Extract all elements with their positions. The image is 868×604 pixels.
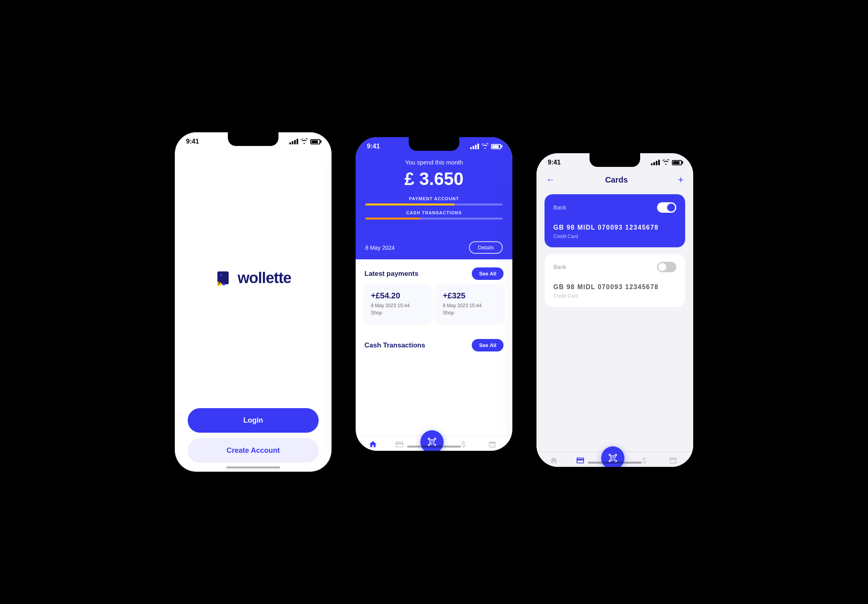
nav-receipts-label-2: Receipts: [484, 450, 501, 451]
bottom-nav-3: Home Cards: [536, 452, 693, 467]
time-1: 9:41: [186, 138, 199, 145]
payment-meta-1: 8 May 2023 15:44 Shop: [443, 302, 497, 316]
receipts-icon-3: [669, 456, 678, 465]
home-body: Latest payments See All +£54.20 8 May 20…: [356, 259, 512, 356]
logo-text: wollette: [237, 269, 291, 287]
signal-icon-2: [470, 144, 479, 149]
card-type-0: Credit Card: [553, 234, 676, 239]
card-number-1: GB 98 MIDL 070093 12345678: [553, 284, 676, 291]
spend-amount: £ 3.650: [365, 169, 503, 189]
nav-cards-3[interactable]: Cards: [575, 456, 586, 467]
phones-container: 9:41: [175, 132, 693, 472]
notch-2: [409, 137, 459, 151]
nav-home-label-2: Home: [367, 450, 379, 451]
payment-meta-0: 8 May 2023 15:44 Shop: [371, 302, 425, 316]
card-toggle-1[interactable]: [657, 262, 676, 272]
scan-icon-3: [608, 453, 618, 463]
card-type-1: Credit Card: [553, 293, 676, 299]
phone-home: 9:41 You spend this month: [356, 137, 512, 451]
date-text: 8 May 2024: [365, 244, 395, 251]
add-card-button[interactable]: +: [678, 174, 684, 185]
card-item-1[interactable]: Bank GB 98 MIDL 070093 12345678 Credit C…: [545, 254, 685, 307]
home-indicator-3: [588, 462, 642, 464]
create-account-button[interactable]: Create Account: [188, 438, 319, 463]
card-top-0: Bank: [553, 202, 676, 213]
svg-point-7: [217, 284, 219, 286]
nav-home-3[interactable]: Home: [548, 456, 559, 467]
signal-icon-3: [651, 160, 660, 165]
wollette-logo-icon: [215, 268, 233, 288]
cards-content: ← Cards + Bank GB 98 MIDL 070093 1234567: [536, 168, 693, 467]
spend-label: You spend this month: [365, 159, 503, 166]
phone-login: 9:41: [175, 132, 332, 472]
nav-cards-label-2: Cards: [394, 450, 405, 451]
home-icon-3: [549, 456, 558, 465]
nav-home-2[interactable]: Home: [367, 440, 379, 451]
cards-icon-3: [576, 456, 585, 465]
time-3: 9:41: [548, 159, 561, 166]
payment-label: PAYMENT ACCOUNT: [365, 196, 503, 201]
cash-title: Cash Transactions: [364, 341, 425, 349]
cash-label: CASH TRANSACTIONS: [365, 210, 503, 215]
cash-icon-2: [459, 440, 468, 449]
nav-center-btn-2[interactable]: [420, 430, 444, 451]
scan-icon-2: [427, 437, 437, 447]
phone-cards: 9:41 ←: [536, 153, 693, 467]
cash-section-header: Cash Transactions See All: [356, 331, 512, 356]
card-number-0: GB 98 MIDL 070093 12345678: [553, 224, 676, 231]
payments-see-all[interactable]: See All: [472, 267, 504, 280]
nav-receipts-2[interactable]: Receipts: [484, 440, 501, 451]
notch-1: [228, 132, 278, 146]
payment-progress-fill: [365, 203, 454, 205]
card-toggle-0[interactable]: [657, 202, 676, 213]
home-header: You spend this month £ 3.650 PAYMENT ACC…: [356, 152, 512, 236]
notch-3: [590, 153, 640, 167]
svg-rect-5: [220, 274, 222, 276]
svg-point-3: [223, 283, 225, 286]
card-bank-1: Bank: [553, 264, 566, 270]
home-indicator-1: [226, 466, 280, 468]
battery-icon-2: [491, 144, 501, 149]
nav-receipts-3[interactable]: Receipts: [665, 456, 682, 467]
battery-icon-1: [310, 139, 320, 144]
battery-icon-3: [672, 160, 682, 165]
login-content: wollette Login Create Account: [175, 148, 332, 472]
svg-rect-4: [217, 271, 229, 279]
status-icons-2: [470, 143, 501, 150]
cash-icon-3: [640, 456, 649, 465]
cards-header: ← Cards +: [536, 168, 693, 191]
wifi-icon-2: [481, 143, 489, 150]
signal-icon-1: [289, 139, 298, 144]
buttons-section: Login Create Account: [175, 408, 332, 472]
cash-progress-fill: [365, 218, 420, 220]
cash-see-all[interactable]: See All: [472, 339, 504, 351]
payments-section-header: Latest payments See All: [356, 259, 512, 285]
cards-page-title: Cards: [605, 175, 628, 185]
nav-home-label-3: Home: [548, 466, 559, 467]
payments-list: +£54.20 8 May 2023 15:44 Shop +£325 8 Ma…: [356, 285, 512, 331]
nav-cash-label-2: Cash: [459, 450, 469, 451]
bottom-nav-2: Home Cards Cash: [356, 436, 512, 451]
home-icon: [368, 440, 377, 449]
nav-cash-label-3: Cash: [639, 466, 650, 467]
back-button[interactable]: ←: [546, 175, 555, 185]
payment-progress-bg: [365, 203, 503, 205]
status-icons-3: [651, 159, 682, 166]
payments-title: Latest payments: [364, 270, 418, 278]
card-item-0[interactable]: Bank GB 98 MIDL 070093 12345678 Credit C…: [545, 194, 685, 247]
nav-cards-2[interactable]: Cards: [394, 440, 405, 451]
home-wrapper: You spend this month £ 3.650 PAYMENT ACC…: [356, 152, 512, 451]
wifi-icon-1: [301, 138, 308, 145]
wifi-icon-3: [662, 159, 669, 166]
logo-section: wollette: [215, 148, 291, 408]
login-button[interactable]: Login: [188, 408, 319, 433]
logo-wrapper: wollette: [215, 268, 291, 288]
nav-receipts-label-3: Receipts: [665, 466, 682, 467]
status-icons-1: [289, 138, 320, 145]
svg-point-8: [220, 283, 222, 285]
time-2: 9:41: [367, 143, 380, 150]
payment-account-section: PAYMENT ACCOUNT: [365, 196, 503, 205]
payment-item-1: +£325 8 May 2023 15:44 Shop: [436, 285, 504, 323]
cash-progress-bg: [365, 218, 503, 220]
details-button[interactable]: Details: [469, 241, 503, 254]
